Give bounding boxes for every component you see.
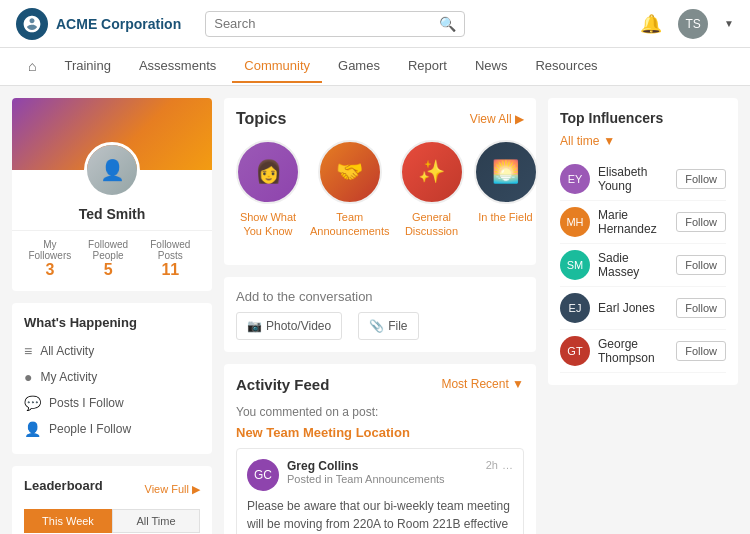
influencers-title: Top Influencers xyxy=(560,110,726,126)
inf-name-4: Earl Jones xyxy=(598,301,668,315)
leaderboard-header: Leaderboard View Full ▶ xyxy=(24,478,200,501)
filter-chevron-icon: ▼ xyxy=(603,134,615,148)
feed-avatar-greg: GC xyxy=(247,459,279,491)
follow-button-4[interactable]: Follow xyxy=(676,298,726,318)
nav-item-news[interactable]: News xyxy=(463,50,520,83)
topic-general-discussion[interactable]: ✨ General Discussion xyxy=(400,140,464,253)
topics-header: Topics View All ▶ xyxy=(236,110,524,128)
feed-msg-sub-1: Posted in Team Announcements xyxy=(287,473,478,485)
nav-item-resources[interactable]: Resources xyxy=(523,50,609,83)
inf-name-1: Elisabeth Young xyxy=(598,165,668,193)
right-column: Top Influencers All time ▼ EY Elisabeth … xyxy=(548,98,738,534)
nav-item-games[interactable]: Games xyxy=(326,50,392,83)
feed-message-card-1: GC Greg Collins Posted in Team Announcem… xyxy=(236,448,524,534)
inf-row-5: GT George Thompson Follow xyxy=(560,330,726,373)
leaderboard-title: Leaderboard xyxy=(24,478,103,493)
feed-msg-name-1: Greg Collins xyxy=(287,459,478,473)
home-icon: ⌂ xyxy=(28,58,36,74)
inf-avatar-5: GT xyxy=(560,336,590,366)
inf-row-2: MH Marie Hernandez Follow xyxy=(560,201,726,244)
header: ACME Corporation 🔍 🔔 TS ▼ xyxy=(0,0,750,48)
add-conversation: Add to the conversation 📷 Photo/Video 📎 … xyxy=(224,277,536,352)
add-conv-title: Add to the conversation xyxy=(236,289,524,304)
profile-name: Ted Smith xyxy=(12,206,212,230)
user-menu-chevron-icon[interactable]: ▼ xyxy=(724,18,734,29)
profile-stats: My Followers 3 Followed People 5 Followe… xyxy=(12,230,212,291)
profile-card: 👤 Ted Smith My Followers 3 Followed Peop… xyxy=(12,98,212,291)
view-full-link[interactable]: View Full ▶ xyxy=(145,483,200,496)
topics-title: Topics xyxy=(236,110,286,128)
feed-message-header-1: GC Greg Collins Posted in Team Announcem… xyxy=(247,459,513,491)
tab-this-week[interactable]: This Week xyxy=(24,509,112,533)
wh-people-follow[interactable]: 👤 People I Follow xyxy=(24,416,200,442)
middle-column: Topics View All ▶ 👩 Show What You Know 🤝… xyxy=(224,98,536,534)
nav-item-assessments[interactable]: Assessments xyxy=(127,50,228,83)
logo: ACME Corporation xyxy=(16,8,181,40)
activity-feed: Activity Feed Most Recent ▼ You commente… xyxy=(224,364,536,534)
follow-button-3[interactable]: Follow xyxy=(676,255,726,275)
feed-msg-time-1: 2h … xyxy=(486,459,513,471)
nav-item-community[interactable]: Community xyxy=(232,50,322,83)
main-nav: ⌂ Training Assessments Community Games R… xyxy=(0,48,750,86)
add-conv-actions: 📷 Photo/Video 📎 File xyxy=(236,312,524,340)
topics-grid: 👩 Show What You Know 🤝 Team Announcement… xyxy=(236,140,524,253)
topics-view-all[interactable]: View All ▶ xyxy=(470,112,524,126)
avatar[interactable]: TS xyxy=(678,9,708,39)
top-influencers-panel: Top Influencers All time ▼ EY Elisabeth … xyxy=(548,98,738,385)
inf-avatar-1: EY xyxy=(560,164,590,194)
stat-followed-people: Followed People 5 xyxy=(76,239,141,279)
profile-banner: 👤 xyxy=(12,98,212,170)
feed-msg-body-1: Please be aware that our bi-weekly team … xyxy=(247,497,513,534)
follow-button-5[interactable]: Follow xyxy=(676,341,726,361)
topic-team-announcements[interactable]: 🤝 Team Announcements xyxy=(310,140,390,253)
header-icons: 🔔 TS ▼ xyxy=(640,9,734,39)
photo-video-button[interactable]: 📷 Photo/Video xyxy=(236,312,342,340)
whats-happening-panel: What's Happening ≡ All Activity ● My Act… xyxy=(12,303,212,454)
feed-title: Activity Feed xyxy=(236,376,329,393)
topic-in-the-field[interactable]: 🌅 In the Field xyxy=(474,140,538,253)
wh-posts-follow[interactable]: 💬 Posts I Follow xyxy=(24,390,200,416)
file-icon: 📎 xyxy=(369,319,384,333)
follow-button-1[interactable]: Follow xyxy=(676,169,726,189)
people-follow-icon: 👤 xyxy=(24,421,41,437)
inf-name-2: Marie Hernandez xyxy=(598,208,668,236)
influencers-filter[interactable]: All time ▼ xyxy=(560,134,726,148)
feed-post-title-1[interactable]: New Team Meeting Location xyxy=(236,425,524,440)
logo-icon xyxy=(16,8,48,40)
leaderboard-tabs: This Week All Time xyxy=(24,509,200,533)
search-input[interactable] xyxy=(214,16,439,31)
content: 👤 Ted Smith My Followers 3 Followed Peop… xyxy=(0,86,750,534)
stat-followed-posts: Followed Posts 11 xyxy=(141,239,200,279)
file-button[interactable]: 📎 File xyxy=(358,312,418,340)
inf-avatar-3: SM xyxy=(560,250,590,280)
logo-text: ACME Corporation xyxy=(56,16,181,32)
feed-header: Activity Feed Most Recent ▼ xyxy=(236,376,524,393)
inf-row-1: EY Elisabeth Young Follow xyxy=(560,158,726,201)
inf-row-3: SM Sadie Massey Follow xyxy=(560,244,726,287)
wh-my-activity[interactable]: ● My Activity xyxy=(24,364,200,390)
search-box[interactable]: 🔍 xyxy=(205,11,465,37)
feed-action-1: You commented on a post: xyxy=(236,405,524,419)
inf-avatar-4: EJ xyxy=(560,293,590,323)
leaderboard-panel: Leaderboard View Full ▶ This Week All Ti… xyxy=(12,466,212,534)
nav-item-report[interactable]: Report xyxy=(396,50,459,83)
stat-followers: My Followers 3 xyxy=(24,239,76,279)
profile-avatar: 👤 xyxy=(84,142,140,198)
nav-item-home[interactable]: ⌂ xyxy=(16,50,48,84)
feed-item-1: You commented on a post: New Team Meetin… xyxy=(236,405,524,534)
inf-name-3: Sadie Massey xyxy=(598,251,668,279)
inf-avatar-2: MH xyxy=(560,207,590,237)
notification-bell-icon[interactable]: 🔔 xyxy=(640,13,662,35)
left-column: 👤 Ted Smith My Followers 3 Followed Peop… xyxy=(12,98,212,534)
tab-all-time[interactable]: All Time xyxy=(112,509,200,533)
feed-msg-meta-1: Greg Collins Posted in Team Announcement… xyxy=(287,459,478,485)
wh-all-activity[interactable]: ≡ All Activity xyxy=(24,338,200,364)
whats-happening-title: What's Happening xyxy=(24,315,200,330)
inf-name-5: George Thompson xyxy=(598,337,668,365)
ellipsis-icon: … xyxy=(502,459,513,471)
follow-button-2[interactable]: Follow xyxy=(676,212,726,232)
topic-show-what-you-know[interactable]: 👩 Show What You Know xyxy=(236,140,300,253)
nav-item-training[interactable]: Training xyxy=(52,50,122,83)
all-activity-icon: ≡ xyxy=(24,343,32,359)
most-recent-filter[interactable]: Most Recent ▼ xyxy=(441,377,524,391)
